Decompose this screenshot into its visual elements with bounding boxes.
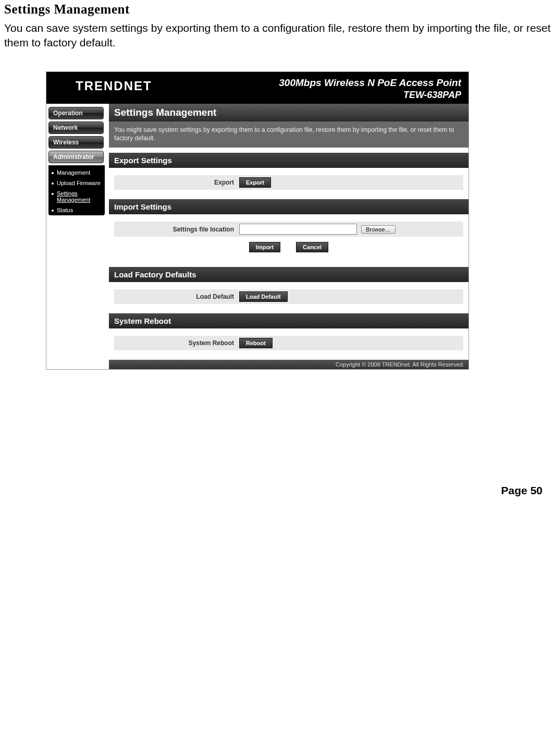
subnav-label: Management (57, 169, 90, 176)
brand-logo: TRENDNET (54, 77, 152, 95)
nav-item-wireless[interactable]: Wireless (48, 136, 104, 149)
product-title: 300Mbps Wireless N PoE Access Point TEW-… (279, 77, 461, 101)
section-title-import: Import Settings (109, 199, 468, 214)
section-defaults: Load Default Load Default (109, 282, 468, 313)
section-title-export: Export Settings (109, 153, 468, 168)
cancel-button[interactable]: Cancel (296, 242, 328, 252)
brand-text: TRENDNET (76, 79, 152, 93)
subnav-label: Status (57, 207, 73, 213)
swoosh-icon (54, 77, 71, 95)
section-title-reboot: System Reboot (109, 313, 468, 328)
footer-copyright: Copyright © 2008 TRENDnet. All Rights Re… (109, 360, 468, 369)
export-label: Export (114, 179, 239, 186)
section-title-defaults: Load Factory Defaults (109, 267, 468, 282)
import-file-label: Settings file location (114, 226, 239, 233)
nav-item-administrator[interactable]: Administrator (48, 151, 104, 163)
import-button[interactable]: Import (249, 242, 280, 252)
nav-item-operation[interactable]: Operation (48, 107, 104, 119)
sidebar-nav: Operation Network Wireless Administrator… (46, 104, 109, 369)
section-reboot: System Reboot Reboot (109, 328, 468, 360)
subnav-label: Settings Management (57, 190, 90, 203)
subnav-upload-firmware[interactable]: Upload Firmware (50, 178, 105, 188)
load-default-label: Load Default (114, 293, 239, 300)
doc-section-title: Settings Management (4, 2, 551, 17)
subnav-settings-management[interactable]: Settings Management (50, 188, 105, 205)
reboot-button[interactable]: Reboot (239, 338, 273, 348)
product-name: 300Mbps Wireless N PoE Access Point (279, 77, 461, 89)
subnav-list: Management Upload Firmware Settings Mana… (48, 165, 105, 215)
main-content: Settings Management You might save syste… (109, 104, 468, 369)
subnav-management[interactable]: Management (50, 167, 105, 178)
load-default-button[interactable]: Load Default (239, 291, 288, 302)
section-import: Settings file location Browse… Import Ca… (109, 214, 468, 267)
app-header: TRENDNET 300Mbps Wireless N PoE Access P… (46, 72, 468, 104)
import-file-input[interactable] (239, 224, 357, 235)
browse-button[interactable]: Browse… (361, 225, 396, 234)
router-admin-screenshot: TRENDNET 300Mbps Wireless N PoE Access P… (46, 71, 469, 370)
page-number: Page 50 (4, 484, 542, 497)
reboot-label: System Reboot (114, 339, 239, 347)
section-export: Export Export (109, 168, 468, 199)
page-title: Settings Management (109, 104, 468, 121)
page-description: You might save system settings by export… (109, 121, 468, 148)
subnav-label: Upload Firmware (57, 180, 101, 186)
subnav-status[interactable]: Status (50, 205, 105, 215)
nav-item-network[interactable]: Network (48, 121, 104, 134)
product-model: TEW-638PAP (279, 90, 461, 101)
doc-section-description: You can save system settings by exportin… (4, 21, 551, 51)
export-button[interactable]: Export (239, 177, 271, 188)
